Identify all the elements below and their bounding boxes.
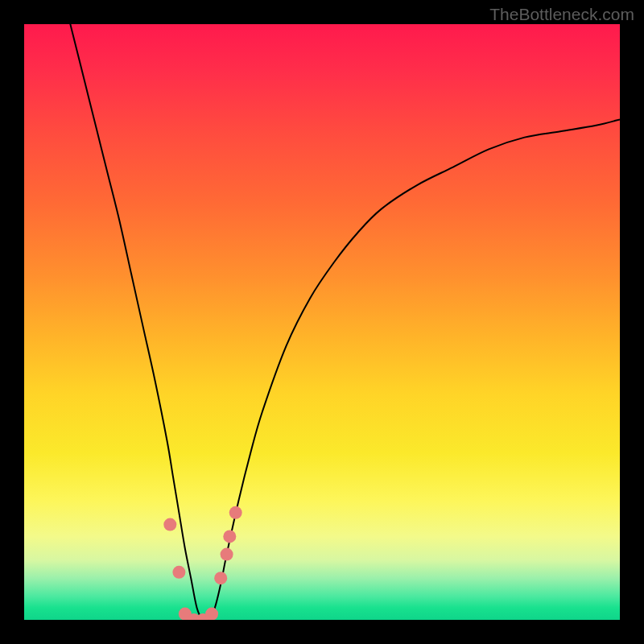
plot-area [24, 24, 620, 620]
data-marker [223, 530, 236, 543]
data-marker [229, 506, 242, 519]
data-marker [172, 566, 185, 579]
curve-svg [24, 24, 620, 620]
attribution-text: TheBottleneck.com [489, 5, 634, 24]
data-marker [205, 608, 218, 620]
data-marker [214, 572, 227, 584]
bottleneck-curve [57, 24, 620, 620]
chart-frame: TheBottleneck.com [0, 0, 644, 644]
markers-group [163, 506, 242, 620]
data-marker [163, 518, 176, 531]
data-marker [221, 548, 233, 561]
